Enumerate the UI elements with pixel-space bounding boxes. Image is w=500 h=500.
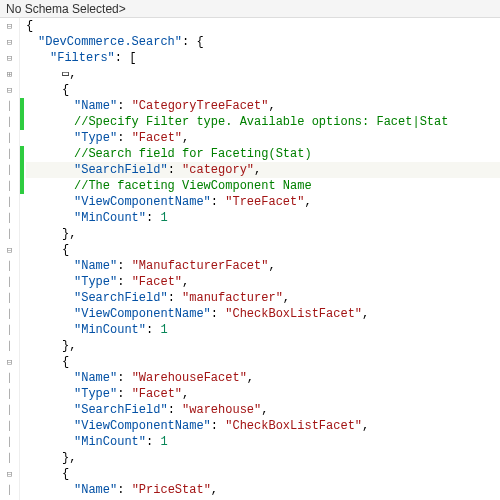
root-open[interactable]: { (26, 18, 500, 34)
collapse-icon[interactable]: ⊟ (0, 242, 19, 258)
prop-searchfield[interactable]: "SearchField": "manufacturer", (26, 290, 500, 306)
gutter-pipe: │ (0, 178, 19, 194)
gutter-pipe: │ (0, 130, 19, 146)
filter-open[interactable]: { (26, 82, 500, 98)
prop-type[interactable]: "Type": "Facet", (26, 386, 500, 402)
gutter-pipe: │ (0, 402, 19, 418)
filter-open[interactable]: { (26, 242, 500, 258)
schema-title: No Schema Selected> (6, 2, 126, 16)
gutter-pipe: │ (0, 226, 19, 242)
collapse-icon[interactable]: ⊟ (0, 466, 19, 482)
gutter-pipe: │ (0, 434, 19, 450)
gutter-pipe: │ (0, 258, 19, 274)
gutter-pipe: │ (0, 98, 19, 114)
gutter-pipe: │ (0, 370, 19, 386)
prop-name[interactable]: "Name": "PriceStat", (26, 482, 500, 498)
collapse-icon[interactable]: ⊟ (0, 50, 19, 66)
prop-searchfield[interactable]: "SearchField": "category", (26, 162, 500, 178)
prop-mincount[interactable]: "MinCount": 1 (26, 434, 500, 450)
comment-line[interactable]: //The faceting ViewComponent Name (26, 178, 500, 194)
gutter-pipe: │ (0, 418, 19, 434)
filter-close[interactable]: }, (26, 226, 500, 242)
gutter-pipe: │ (0, 114, 19, 130)
collapse-icon[interactable]: ⊟ (0, 82, 19, 98)
gutter-pipe: │ (0, 306, 19, 322)
comment-line[interactable]: //Search field for Faceting(Stat) (26, 146, 500, 162)
gutter-pipe: │ (0, 482, 19, 498)
root-key[interactable]: "DevCommerce.Search": { (26, 34, 500, 50)
collapse-icon[interactable]: ⊟ (0, 354, 19, 370)
prop-name[interactable]: "Name": "WarehouseFacet", (26, 370, 500, 386)
json-editor[interactable]: ⊟⊟⊟⊞⊟│││││││││⊟││││││⊟││││││⊟│││ {"DevCo… (0, 18, 500, 500)
prop-vcn[interactable]: "ViewComponentName": "CheckBoxListFacet"… (26, 418, 500, 434)
prop-vcn[interactable]: "ViewComponentName": "TreeFacet", (26, 194, 500, 210)
gutter-pipe: │ (0, 194, 19, 210)
prop-vcn[interactable]: "ViewComponentName": "CheckBoxListFacet"… (26, 306, 500, 322)
filter-open[interactable]: { (26, 466, 500, 482)
gutter-pipe: │ (0, 290, 19, 306)
prop-type[interactable]: "Type": "Facet", (26, 274, 500, 290)
gutter-pipe: │ (0, 210, 19, 226)
prop-name[interactable]: "Name": "ManufacturerFacet", (26, 258, 500, 274)
prop-type[interactable]: "Type": "Facet", (26, 130, 500, 146)
comment-line[interactable]: //Specify Filter type. Available options… (26, 114, 500, 130)
gutter-pipe: │ (0, 338, 19, 354)
gutter-pipe: │ (0, 274, 19, 290)
fold-gutter[interactable]: ⊟⊟⊟⊞⊟│││││││││⊟││││││⊟││││││⊟│││ (0, 18, 20, 500)
code-area[interactable]: {"DevCommerce.Search": {"Filters": [▭,{"… (24, 18, 500, 500)
schema-header: No Schema Selected> (0, 0, 500, 18)
collapse-icon[interactable]: ⊟ (0, 34, 19, 50)
expand-icon[interactable]: ⊞ (0, 66, 19, 82)
gutter-pipe: │ (0, 146, 19, 162)
prop-name[interactable]: "Name": "CategoryTreeFacet", (26, 98, 500, 114)
prop-mincount[interactable]: "MinCount": 1 (26, 322, 500, 338)
filter-close[interactable]: }, (26, 338, 500, 354)
gutter-pipe: │ (0, 386, 19, 402)
filters-key[interactable]: "Filters": [ (26, 50, 500, 66)
gutter-pipe: │ (0, 450, 19, 466)
collapsed-item[interactable]: ▭, (26, 66, 500, 82)
gutter-pipe: │ (0, 162, 19, 178)
filter-close[interactable]: }, (26, 450, 500, 466)
gutter-pipe: │ (0, 322, 19, 338)
collapse-icon[interactable]: ⊟ (0, 18, 19, 34)
prop-searchfield[interactable]: "SearchField": "warehouse", (26, 402, 500, 418)
prop-mincount[interactable]: "MinCount": 1 (26, 210, 500, 226)
filter-open[interactable]: { (26, 354, 500, 370)
